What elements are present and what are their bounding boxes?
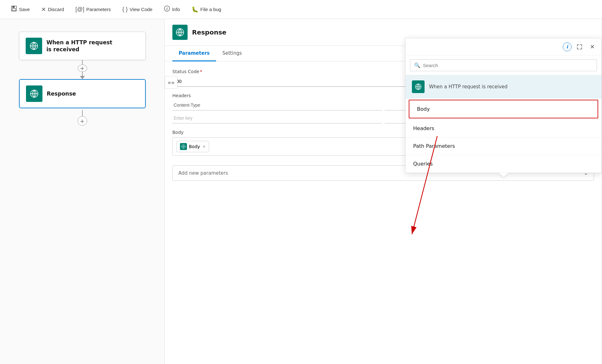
response-node-title: Response bbox=[47, 90, 76, 97]
trigger-label: When a HTTP request is received bbox=[429, 84, 508, 90]
svg-rect-1 bbox=[12, 6, 15, 8]
parameters-button[interactable]: [@] Parameters bbox=[71, 4, 115, 15]
save-label: Save bbox=[19, 7, 30, 12]
info-label: Info bbox=[172, 7, 180, 12]
response-node[interactable]: Response bbox=[19, 79, 146, 108]
view-code-icon: { } bbox=[122, 6, 128, 13]
parameters-icon: [@] bbox=[75, 6, 84, 13]
close-icon: ✕ bbox=[590, 43, 595, 50]
dropdown-search: 🔍 bbox=[406, 56, 601, 75]
body-token-close[interactable]: × bbox=[202, 144, 206, 149]
file-bug-label: File a bug bbox=[200, 7, 221, 12]
response-node-icon bbox=[26, 85, 42, 102]
view-code-button[interactable]: { } View Code bbox=[118, 4, 157, 15]
dropdown-option-body[interactable]: Body bbox=[409, 100, 598, 118]
http-request-title: When a HTTP request is received bbox=[47, 39, 112, 53]
file-bug-button[interactable]: 🐛 File a bug bbox=[187, 4, 226, 15]
tab-parameters[interactable]: Parameters bbox=[172, 46, 216, 61]
discard-label: Discard bbox=[48, 7, 64, 12]
search-wrapper: 🔍 bbox=[410, 60, 597, 71]
expand-arrow[interactable]: »» bbox=[165, 76, 177, 89]
bug-icon: 🐛 bbox=[191, 6, 198, 13]
svg-text:i: i bbox=[167, 7, 168, 11]
add-step-button-1[interactable]: + bbox=[78, 65, 87, 72]
save-icon bbox=[11, 5, 17, 13]
headers-option-label: Headers bbox=[413, 125, 434, 131]
toolbar: Save ✕ Discard [@] Parameters { } View C… bbox=[0, 0, 602, 19]
body-token[interactable]: Body × bbox=[176, 141, 209, 152]
flow-canvas: When a HTTP request is received + bbox=[0, 19, 165, 364]
view-code-label: View Code bbox=[130, 7, 152, 12]
connector-line-1 bbox=[82, 60, 83, 65]
response-header-icon bbox=[172, 25, 188, 40]
dropdown-option-path-params[interactable]: Path Parameters bbox=[406, 137, 601, 155]
headers-content-type-input[interactable] bbox=[172, 100, 382, 110]
dropdown-panel: i ✕ 🔍 bbox=[405, 38, 602, 173]
search-icon: 🔍 bbox=[414, 62, 420, 68]
tab-settings[interactable]: Settings bbox=[216, 46, 248, 61]
discard-button[interactable]: ✕ Discard bbox=[37, 4, 68, 15]
trigger-icon bbox=[412, 80, 425, 93]
connector-line-3 bbox=[82, 110, 83, 116]
main-area: When a HTTP request is received + bbox=[0, 19, 602, 364]
dropdown-option-queries[interactable]: Queries bbox=[406, 155, 601, 173]
dropdown-trigger-item[interactable]: When a HTTP request is received bbox=[406, 75, 601, 98]
response-panel-title: Response bbox=[192, 28, 227, 36]
add-params-label: Add new parameters bbox=[178, 170, 228, 176]
add-step-button-2[interactable]: + bbox=[78, 116, 87, 126]
save-button[interactable]: Save bbox=[6, 3, 34, 15]
search-input[interactable] bbox=[423, 63, 593, 68]
body-option-label: Body bbox=[417, 106, 430, 112]
dropdown-caret bbox=[499, 173, 508, 177]
queries-option-label: Queries bbox=[413, 161, 433, 167]
body-token-icon bbox=[180, 143, 187, 150]
dropdown-option-headers[interactable]: Headers bbox=[406, 120, 601, 137]
dropdown-close-button[interactable]: ✕ bbox=[587, 42, 597, 52]
dropdown-info-button[interactable]: i bbox=[563, 42, 572, 51]
response-panel: Response Parameters Settings Status Code… bbox=[165, 19, 602, 364]
path-params-option-label: Path Parameters bbox=[413, 143, 455, 149]
http-request-node[interactable]: When a HTTP request is received bbox=[19, 32, 146, 60]
connector-line-2 bbox=[82, 72, 83, 76]
parameters-label: Parameters bbox=[86, 7, 111, 12]
dropdown-header: i ✕ bbox=[406, 38, 601, 56]
required-star: * bbox=[200, 69, 202, 74]
body-token-label: Body bbox=[189, 144, 200, 149]
info-button[interactable]: i Info bbox=[159, 3, 184, 15]
headers-key-input[interactable] bbox=[172, 113, 382, 123]
info-letter: i bbox=[566, 44, 568, 50]
connector-1: + bbox=[78, 60, 87, 79]
http-request-icon bbox=[26, 38, 42, 54]
discard-icon: ✕ bbox=[41, 6, 46, 13]
dropdown-expand-button[interactable] bbox=[575, 42, 584, 52]
svg-rect-2 bbox=[12, 9, 16, 11]
connector-2: + bbox=[78, 108, 87, 127]
info-icon: i bbox=[164, 5, 170, 13]
